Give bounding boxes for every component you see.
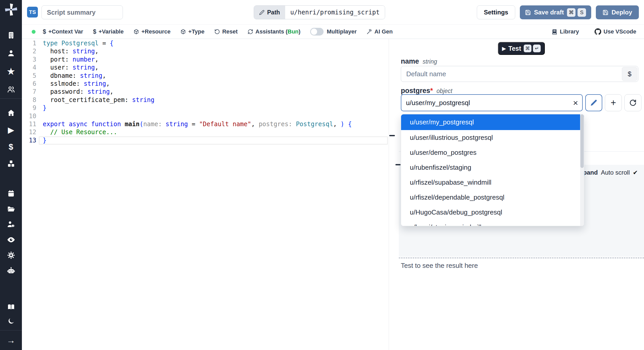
dropdown-item[interactable]: u/user/demo_postgres xyxy=(401,145,584,160)
deploy-button[interactable]: Deploy xyxy=(596,5,639,19)
code-line[interactable]: 8 root_certificate_pem: string xyxy=(22,96,389,104)
refresh-icon xyxy=(248,29,253,35)
code-line[interactable]: 11export async function main(name: strin… xyxy=(22,120,389,128)
code-line[interactable]: 5 dbname: string, xyxy=(22,72,389,80)
windmill-logo[interactable] xyxy=(0,0,22,19)
sidebar-item-schedules[interactable] xyxy=(0,186,22,201)
multiplayer-toggle[interactable] xyxy=(310,28,324,36)
folder-open-icon xyxy=(7,205,15,213)
dropdown-scrollbar[interactable] xyxy=(580,114,584,226)
dropdown-item[interactable]: u/rfiszel/supabase_windmill xyxy=(401,175,584,190)
sidebar-item-docs[interactable] xyxy=(0,300,22,314)
script-path[interactable]: Path u/henri/promising_script xyxy=(254,5,385,19)
line-number: 12 xyxy=(24,128,36,136)
line-number: 9 xyxy=(24,104,36,112)
users-icon xyxy=(7,85,15,93)
code-line[interactable]: 4 user: string, xyxy=(22,64,389,72)
code-token: = xyxy=(188,121,199,128)
edit-resource-button[interactable] xyxy=(585,94,602,111)
postgres-resource-input[interactable] xyxy=(401,94,583,111)
sidebar-item-favorites[interactable]: ★ xyxy=(0,62,22,80)
settings-button[interactable]: Settings xyxy=(477,5,515,19)
sidebar-item-workers[interactable] xyxy=(0,217,22,232)
add-resource-button[interactable]: +Resource xyxy=(133,28,171,35)
horizontal-splitter-handle[interactable] xyxy=(395,164,401,165)
dropdown-item-label: u/HugoCasa/debug_postgresql xyxy=(410,208,502,216)
sidebar-item-runs[interactable]: ▶ xyxy=(0,121,22,138)
sidebar-item-settings[interactable] xyxy=(0,247,22,263)
assistants-button[interactable]: Assistants (Bun) xyxy=(248,28,301,35)
code-line[interactable]: 10 xyxy=(22,112,389,120)
use-vscode-button[interactable]: Use VScode xyxy=(595,28,636,35)
dropdown-item[interactable]: u/user/my_postgresql xyxy=(401,114,584,130)
sidebar-item-folders[interactable] xyxy=(0,201,22,217)
code-line[interactable]: 9} xyxy=(22,104,389,112)
add-type-button[interactable]: +Type xyxy=(180,28,205,35)
pencil-icon xyxy=(590,99,597,106)
plus-icon: + xyxy=(611,98,616,107)
dropdown-item[interactable]: u/rfiszel/dependable_postgresql xyxy=(401,190,584,205)
dropdown-item[interactable]: u/HugoCasa/debug_postgresql xyxy=(401,205,584,220)
refresh-resources-button[interactable] xyxy=(624,94,641,111)
add-resource-button[interactable]: + xyxy=(605,94,622,111)
code-token xyxy=(58,40,61,47)
autoscroll-label[interactable]: Auto scroll xyxy=(601,169,630,176)
dropdown-item[interactable]: u/user/illustrious_postgresql xyxy=(401,130,584,145)
code-line[interactable]: 6 sslmode: string, xyxy=(22,80,389,88)
ai-gen-button[interactable]: AI Gen xyxy=(367,28,393,35)
add-variable-button[interactable]: $ +Variable xyxy=(93,28,124,35)
code-line[interactable]: 2 host: string, xyxy=(22,47,389,55)
code-token: type xyxy=(43,40,58,47)
dropdown-item[interactable]: u/henri/staging_windmill xyxy=(401,220,584,226)
resource-dropdown: u/user/my_postgresql u/user/illustrious_… xyxy=(401,114,584,226)
clear-icon[interactable]: × xyxy=(573,94,578,111)
book-icon xyxy=(552,29,557,35)
app-sidebar: ★ ▶ $ xyxy=(0,0,22,350)
sidebar-item-ai[interactable] xyxy=(0,263,22,278)
arrow-right-icon: → xyxy=(7,335,15,345)
path-value[interactable]: u/henri/promising_script xyxy=(285,6,385,19)
sidebar-item-resources[interactable] xyxy=(0,155,22,172)
script-summary-input[interactable] xyxy=(41,5,123,19)
dropdown-item-label: u/user/my_postgresql xyxy=(410,118,474,126)
code-token: , xyxy=(95,56,98,63)
save-draft-button[interactable]: Save draft ⌘ S xyxy=(520,5,591,19)
code-token: sslmode: xyxy=(43,80,84,87)
code-token: string xyxy=(73,48,95,55)
star-icon: ★ xyxy=(7,66,15,76)
test-button[interactable]: ▶ Test ⌘ ↵ xyxy=(498,42,545,55)
vertical-splitter-handle[interactable] xyxy=(389,135,395,136)
code-token: , xyxy=(95,48,98,55)
dropdown-item[interactable]: u/rubenfiszel/staging xyxy=(401,160,584,175)
code-line[interactable]: 12 // Use Resource... xyxy=(22,128,389,136)
code-line[interactable]: 13} xyxy=(22,136,389,144)
code-line[interactable]: 7 password: string, xyxy=(22,88,389,96)
dark-mode-toggle[interactable] xyxy=(0,314,22,328)
sidebar-item-audit[interactable] xyxy=(0,232,22,247)
save-draft-label: Save draft xyxy=(534,9,564,16)
play-icon: ▶ xyxy=(8,125,14,134)
add-context-var-button[interactable]: $ +Context Var xyxy=(43,28,83,35)
code-line[interactable]: 1type Postgresql = { xyxy=(22,39,389,47)
collapse-sidebar-button[interactable]: → xyxy=(0,330,22,350)
sidebar-item-workspace[interactable] xyxy=(0,26,22,44)
bun-language-label: Bun xyxy=(287,28,299,35)
cmd-key-badge: ⌘ xyxy=(524,45,531,52)
code-line[interactable]: 3 port: number, xyxy=(22,56,389,64)
enter-key-badge: ↵ xyxy=(533,45,541,52)
line-number: 7 xyxy=(24,88,36,96)
sidebar-item-variables[interactable]: $ xyxy=(0,138,22,155)
name-input[interactable] xyxy=(401,66,638,82)
library-button[interactable]: Library xyxy=(552,28,579,35)
code-editor[interactable]: 1type Postgresql = {2 host: string,3 por… xyxy=(22,39,389,350)
sidebar-item-groups[interactable] xyxy=(0,80,22,98)
result-placeholder: Test to see the result here xyxy=(401,262,478,270)
reset-button[interactable]: Reset xyxy=(214,28,238,35)
wand-icon xyxy=(367,29,372,35)
sidebar-item-home[interactable] xyxy=(0,104,22,121)
check-icon[interactable]: ✔ xyxy=(633,169,638,176)
sidebar-item-user[interactable] xyxy=(0,44,22,62)
code-token: : xyxy=(158,121,166,128)
scrollbar-thumb[interactable] xyxy=(580,114,584,168)
insert-variable-button[interactable]: $ xyxy=(622,67,637,81)
